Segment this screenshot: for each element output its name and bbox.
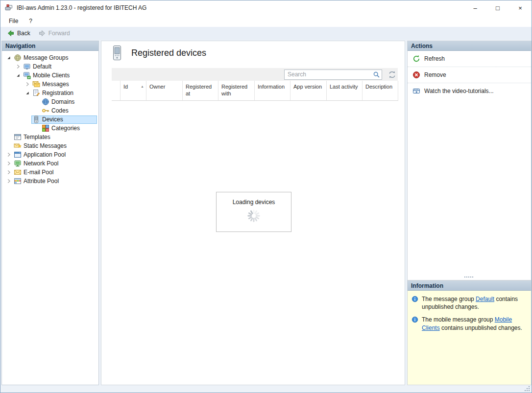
- action-refresh[interactable]: Refresh: [408, 51, 531, 67]
- nav-item-domains[interactable]: Domains: [2, 97, 97, 106]
- expander-collapsed-icon[interactable]: [5, 151, 13, 159]
- tree-item-body: Registration: [31, 89, 97, 97]
- column-header-app-version[interactable]: App version: [290, 81, 327, 100]
- action-label: Watch the video-tutorials...: [424, 88, 494, 94]
- page-title: Registered devices: [131, 48, 206, 58]
- expander-expanded-icon[interactable]: [14, 71, 22, 79]
- action-watch-the-video-tutorials[interactable]: Watch the video-tutorials...: [408, 83, 531, 99]
- panel-splitter-handle[interactable]: [464, 277, 474, 278]
- info-text: The message group Default contains unpub…: [422, 295, 527, 311]
- navigation-panel-header: Navigation: [2, 41, 98, 51]
- expander-expanded-icon[interactable]: [24, 89, 31, 97]
- tree-item-body: Message Groups: [13, 54, 97, 62]
- expander-collapsed-icon[interactable]: [5, 168, 13, 176]
- main-header: Registered devices: [111, 45, 206, 61]
- link-default[interactable]: Default: [476, 296, 494, 302]
- search-input[interactable]: [285, 71, 373, 78]
- nav-item-mobile-clients[interactable]: Mobile Clients: [2, 71, 97, 80]
- maximize-button[interactable]: □: [486, 0, 509, 15]
- codes-icon: [42, 107, 49, 115]
- column-header-label: Owner: [149, 84, 165, 90]
- column-header-label: Id: [123, 84, 128, 90]
- column-header-registered-at[interactable]: Registered at: [183, 81, 218, 100]
- info-text-prefix: The mobile message group: [422, 316, 495, 323]
- nav-item-devices[interactable]: Devices: [2, 115, 97, 124]
- tree-item-label: E-mail Pool: [24, 169, 53, 176]
- refresh-icon: [412, 55, 420, 63]
- navigation-tree: Message GroupsDefaultMobile ClientsMessa…: [2, 51, 98, 185]
- sort-ascending-icon: ▲: [141, 84, 144, 89]
- loading-box: Loading devices: [216, 192, 291, 232]
- forward-arrow-icon: [38, 29, 46, 37]
- tree-item-label: Message Groups: [24, 54, 68, 61]
- tree-item-label: Default: [33, 63, 51, 70]
- info-icon: [411, 316, 418, 323]
- nav-item-static-messages[interactable]: Static Messages: [2, 141, 97, 150]
- expander-collapsed-icon[interactable]: [5, 177, 13, 185]
- forward-button[interactable]: Forward: [36, 28, 73, 38]
- minimize-button[interactable]: –: [464, 0, 486, 15]
- menu-item-file[interactable]: File: [3, 16, 24, 26]
- column-header-owner[interactable]: Owner: [146, 81, 183, 100]
- toolbar: Back Forward: [0, 27, 532, 40]
- column-header-label: Registered at: [186, 84, 212, 96]
- categories-icon: [42, 124, 49, 132]
- column-header-registered-with[interactable]: Registered with: [218, 81, 255, 100]
- tree-item-body: Messages: [31, 80, 97, 89]
- tree-item-body: Domains: [41, 98, 97, 106]
- nav-item-categories[interactable]: Categories: [2, 124, 97, 133]
- nav-item-codes[interactable]: Codes: [2, 106, 97, 115]
- nav-item-application-pool[interactable]: Application Pool: [2, 150, 97, 159]
- back-button[interactable]: Back: [4, 28, 33, 38]
- tree-item-body: Attribute Pool: [13, 177, 97, 185]
- action-remove[interactable]: Remove: [408, 67, 531, 83]
- expander-collapsed-icon[interactable]: [14, 63, 22, 70]
- refresh-search-icon[interactable]: [387, 70, 397, 79]
- column-header-last-activity[interactable]: Last activity: [327, 81, 363, 100]
- registration-icon: [32, 89, 40, 97]
- nav-item-message-groups[interactable]: Message Groups: [2, 53, 97, 62]
- nav-item-default[interactable]: Default: [2, 62, 97, 71]
- nav-item-templates[interactable]: Templates: [2, 133, 97, 141]
- close-button[interactable]: ×: [509, 0, 532, 15]
- tree-item-label: Static Messages: [24, 142, 67, 149]
- tree-item-label: Devices: [42, 116, 63, 123]
- application-pool-icon: [14, 151, 22, 159]
- back-arrow-icon: [7, 29, 15, 37]
- table-header-lead-cell: [112, 81, 121, 100]
- main-panel: Registered devices Id▲OwnerRegistered at…: [101, 41, 405, 385]
- information-panel: Information The message group Default co…: [407, 280, 532, 385]
- expander-spacer: [5, 133, 13, 141]
- search-icon[interactable]: [373, 71, 380, 78]
- expander-expanded-icon[interactable]: [5, 54, 13, 62]
- tree-item-body: Categories: [41, 124, 97, 133]
- nav-item-e-mail-pool[interactable]: E-mail Pool: [2, 168, 97, 177]
- column-header-id[interactable]: Id▲: [121, 81, 146, 100]
- actions-panel-header: Actions: [408, 41, 531, 51]
- column-header-description[interactable]: Description: [363, 81, 398, 100]
- window-title: IBI-aws Admin 1.23.0 - registered for IB…: [17, 4, 146, 11]
- tree-item-label: Domains: [51, 98, 74, 105]
- e-mail-pool-icon: [14, 168, 22, 176]
- nav-item-messages[interactable]: Messages: [2, 80, 97, 89]
- column-header-information[interactable]: Information: [255, 81, 290, 100]
- app-icon: [5, 4, 13, 12]
- tree-item-body: Static Messages: [13, 142, 97, 150]
- tree-item-body: Network Pool: [13, 160, 97, 168]
- expander-collapsed-icon[interactable]: [24, 80, 31, 88]
- actions-list: RefreshRemoveWatch the video-tutorials..…: [408, 51, 531, 99]
- menu-item-help[interactable]: ?: [24, 16, 38, 26]
- nav-item-network-pool[interactable]: Network Pool: [2, 159, 97, 168]
- tree-item-label: Registration: [42, 90, 73, 96]
- nav-item-registration[interactable]: Registration: [2, 89, 97, 97]
- info-item: The mobile message group Mobile Clients …: [411, 316, 527, 331]
- remove-icon: [412, 71, 420, 79]
- info-text-prefix: The message group: [422, 296, 476, 302]
- tree-item-body: Templates: [13, 133, 97, 141]
- resize-grip-icon[interactable]: [524, 385, 530, 391]
- attribute-pool-icon: [14, 177, 22, 185]
- column-header-label: Description: [365, 84, 392, 90]
- expander-collapsed-icon[interactable]: [5, 160, 13, 167]
- info-text: The mobile message group Mobile Clients …: [422, 316, 527, 331]
- nav-item-attribute-pool[interactable]: Attribute Pool: [2, 177, 97, 185]
